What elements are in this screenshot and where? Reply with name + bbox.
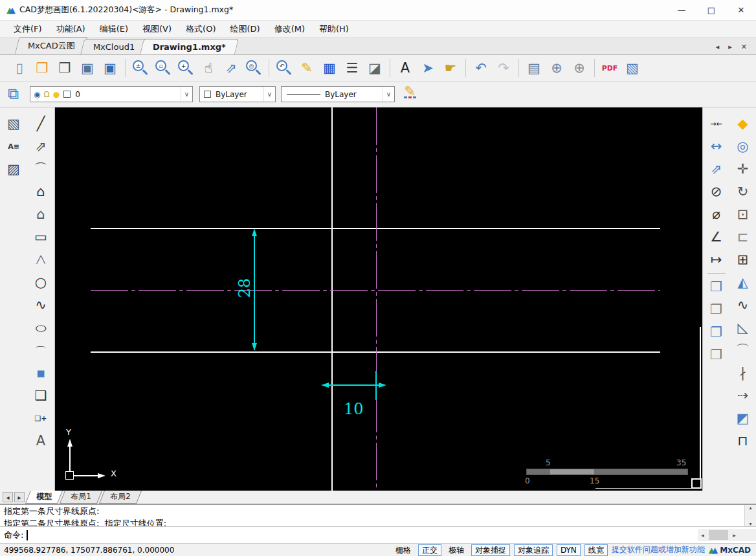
dim-linear-icon[interactable]: ↔: [706, 137, 726, 157]
view-box-icon[interactable]: ◩: [733, 408, 753, 428]
draworder-front-icon[interactable]: ❐: [706, 277, 726, 297]
ellipse-arc-icon[interactable]: ⌒: [31, 340, 51, 361]
bulb-icon[interactable]: ●: [53, 90, 60, 99]
linetype-dropdown[interactable]: ByLayer ∨: [281, 86, 395, 102]
tab-close-icon[interactable]: ✕: [739, 42, 750, 52]
dim-angular-icon[interactable]: ∠: [706, 227, 726, 247]
zoom-dynamic-icon[interactable]: ⇗: [221, 58, 241, 78]
select-lightning-icon[interactable]: ➤: [417, 58, 438, 78]
command-history[interactable]: 指定第一条尺寸界线原点: 指定第二条尺寸界线原点: 指定尺寸线位置: ▴ ▾: [0, 504, 756, 526]
visibility-eye-icon[interactable]: ◉: [34, 90, 40, 99]
copy-icon[interactable]: ◎: [733, 137, 753, 157]
paragraph-text-icon[interactable]: A≡: [4, 137, 24, 157]
draworder-back-icon[interactable]: ❐: [706, 300, 726, 320]
menu-item[interactable]: 视图(V): [135, 21, 179, 37]
status-toggle[interactable]: 正交: [418, 544, 441, 556]
status-toggle[interactable]: 对象追踪: [514, 544, 553, 556]
linetype-manager-icon[interactable]: ☰: [342, 58, 362, 78]
close-button[interactable]: ✕: [726, 0, 756, 20]
construction-line-icon[interactable]: ⇗: [31, 137, 51, 157]
drawing-canvas[interactable]: 28 10 Y X 5 35 0 15: [55, 107, 702, 491]
command-input-row[interactable]: 命令: ◂ ▸: [0, 526, 756, 543]
status-toggle[interactable]: 极轴: [445, 545, 467, 555]
rotate-icon[interactable]: ↻: [733, 182, 753, 202]
chevron-down-icon[interactable]: ∨: [263, 87, 275, 102]
stretch-icon[interactable]: ⊓: [733, 431, 753, 451]
layout-tab[interactable]: 布局2: [99, 491, 142, 504]
zoom-extents-icon[interactable]: +: [175, 58, 196, 78]
drawn-line-vertical[interactable]: [331, 107, 333, 491]
zoom-window-icon[interactable]: ▫: [153, 58, 173, 78]
dim-diameter-icon[interactable]: ⌀: [706, 205, 726, 225]
offset-icon[interactable]: ⊏: [733, 227, 753, 247]
menu-item[interactable]: 功能(A): [49, 21, 93, 37]
point-icon[interactable]: ▪: [31, 363, 51, 383]
command-vertical-scrollbar[interactable]: ▴ ▾: [744, 505, 756, 527]
dimension-28-text[interactable]: 28: [236, 278, 254, 298]
web-upload-icon[interactable]: ⊕: [569, 58, 590, 78]
single-text-icon[interactable]: A: [31, 431, 51, 451]
menu-item[interactable]: 文件(F): [6, 21, 49, 37]
scroll-right-icon[interactable]: ▸: [729, 532, 739, 539]
circle-icon[interactable]: ○: [31, 272, 51, 293]
sketch-pencil-icon[interactable]: ✎: [296, 58, 317, 78]
arc-icon[interactable]: ⌒: [31, 159, 51, 179]
menu-item[interactable]: 编辑(E): [93, 21, 135, 37]
zoom-previous-icon[interactable]: ↶: [274, 58, 295, 78]
layer-dropdown[interactable]: ◉ Ω ● 0 ∨: [30, 86, 193, 102]
print-icon[interactable]: ▤: [524, 58, 544, 78]
frame-bottom-line[interactable]: [595, 488, 701, 489]
maximize-button[interactable]: □: [696, 0, 726, 20]
scroll-up-icon[interactable]: ▴: [749, 505, 751, 511]
spline-edit-icon[interactable]: ∿: [733, 295, 753, 315]
layout-scroll-left-icon[interactable]: ◂: [3, 492, 13, 502]
layout-tab[interactable]: 模型: [25, 491, 63, 504]
minimize-button[interactable]: —: [667, 0, 696, 20]
dim-quick-icon[interactable]: →←: [706, 114, 726, 134]
break-icon[interactable]: ∤: [733, 363, 753, 383]
draworder-below-icon[interactable]: ❐: [706, 345, 726, 365]
centerline-vertical[interactable]: [376, 107, 377, 491]
lineweight-icon[interactable]: ◪: [364, 58, 385, 78]
layout-tab[interactable]: 布局1: [60, 491, 102, 504]
scale-icon[interactable]: ⊡: [733, 205, 753, 225]
menu-item[interactable]: 格式(O): [179, 21, 223, 37]
chevron-down-icon[interactable]: ∨: [181, 87, 192, 102]
new-file-icon[interactable]: ▯: [9, 58, 30, 78]
open-drawing-icon[interactable]: ❒: [32, 58, 52, 78]
text-style-icon[interactable]: A: [395, 58, 416, 78]
web-publish-icon[interactable]: ⊕: [546, 58, 567, 78]
array-icon[interactable]: ⊞: [733, 250, 753, 270]
lock-icon[interactable]: Ω: [43, 90, 49, 99]
grip-handle[interactable]: [691, 478, 702, 489]
dim-radius-icon[interactable]: ⊘: [706, 182, 726, 202]
color-palette-icon[interactable]: ▦: [319, 58, 340, 78]
menu-item[interactable]: 绘图(D): [223, 21, 267, 37]
dimension-10-text[interactable]: 10: [344, 400, 364, 418]
menu-item[interactable]: 帮助(H): [312, 21, 356, 37]
document-tab[interactable]: MxCAD云图: [15, 37, 89, 54]
mirror-icon[interactable]: ◭: [733, 272, 753, 293]
break-at-point-icon[interactable]: ⇢: [733, 386, 753, 406]
pan-icon[interactable]: ☝: [198, 58, 219, 78]
dim-aligned-icon[interactable]: ⇗: [706, 159, 726, 179]
erase-icon[interactable]: ◆: [733, 114, 753, 134]
irregular-polygon-icon[interactable]: ⌂: [31, 205, 51, 225]
redo-icon[interactable]: ↷: [493, 58, 514, 78]
rectangle-icon[interactable]: ▭: [31, 227, 51, 247]
tab-scroll-left-icon[interactable]: ◂: [713, 42, 722, 52]
feedback-link[interactable]: 提交软件问题或增加新功能: [612, 544, 705, 555]
fillet-icon[interactable]: ⌒: [733, 340, 753, 361]
insert-image-icon[interactable]: ▧: [4, 114, 24, 134]
tab-scroll-right-icon[interactable]: ▸: [726, 42, 735, 52]
match-properties-icon[interactable]: ☛: [440, 58, 461, 78]
document-tab[interactable]: Drawing1.mxg*: [140, 39, 239, 54]
layout-scroll-right-icon[interactable]: ▸: [14, 492, 25, 502]
document-tab[interactable]: MxCloud1: [80, 39, 148, 54]
polygon-icon[interactable]: ⌂: [31, 182, 51, 202]
polyline-icon[interactable]: ╱╲: [31, 250, 51, 270]
status-toggle[interactable]: 对象捕捉: [471, 544, 510, 556]
draw-order-pencil-icon[interactable]: ✎: [400, 83, 419, 98]
scroll-left-icon[interactable]: ◂: [698, 532, 707, 539]
create-block-icon[interactable]: ❑+: [31, 408, 51, 428]
